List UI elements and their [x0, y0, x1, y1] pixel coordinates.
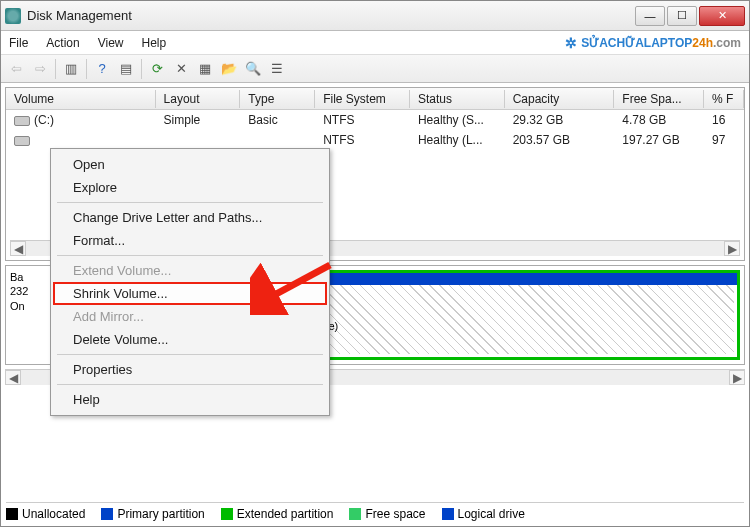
cell-status: Healthy (S... — [410, 111, 505, 129]
ctx-explore[interactable]: Explore — [53, 176, 327, 199]
cell-capacity: 203.57 GB — [505, 131, 615, 149]
minimize-button[interactable]: — — [635, 6, 665, 26]
cell-type — [240, 138, 315, 142]
window-title: Disk Management — [27, 8, 633, 23]
col-volume[interactable]: Volume — [6, 90, 156, 108]
toolbar: ⇦ ⇨ ▥ ? ▤ ⟳ ✕ ▦ 📂 🔍 ☰ — [1, 55, 749, 83]
scroll-left-icon[interactable]: ◀ — [10, 241, 26, 256]
forward-button[interactable]: ⇨ — [29, 58, 51, 80]
legend-free: Free space — [349, 507, 425, 521]
drive-icon — [14, 116, 30, 126]
ctx-shrink-volume[interactable]: Shrink Volume... — [53, 282, 327, 305]
cell-percent: 16 — [704, 111, 744, 129]
cell-layout — [156, 138, 241, 142]
cell-fs: NTFS — [315, 131, 410, 149]
cell-status: Healthy (L... — [410, 131, 505, 149]
settings-icon[interactable]: ▦ — [194, 58, 216, 80]
properties-icon[interactable]: ▤ — [115, 58, 137, 80]
scroll-right-icon[interactable]: ▶ — [729, 370, 745, 385]
cell-free: 197.27 GB — [614, 131, 704, 149]
table-row[interactable]: NTFS Healthy (L... 203.57 GB 197.27 GB 9… — [6, 130, 744, 150]
delete-icon[interactable]: ✕ — [170, 58, 192, 80]
ctx-add-mirror: Add Mirror... — [53, 305, 327, 328]
legend-extended: Extended partition — [221, 507, 334, 521]
legend-logical: Logical drive — [442, 507, 525, 521]
cell-percent: 97 — [704, 131, 744, 149]
help-icon[interactable]: ? — [91, 58, 113, 80]
col-filesystem[interactable]: File System — [315, 90, 410, 108]
close-button[interactable]: ✕ — [699, 6, 745, 26]
show-hide-tree-icon[interactable]: ▥ — [60, 58, 82, 80]
cell-free: 4.78 GB — [614, 111, 704, 129]
titlebar: Disk Management — ☐ ✕ — [1, 1, 749, 31]
back-button[interactable]: ⇦ — [5, 58, 27, 80]
open-icon[interactable]: 📂 — [218, 58, 240, 80]
drive-icon — [14, 136, 30, 146]
col-percent[interactable]: % F — [704, 90, 744, 108]
refresh-icon[interactable]: ⟳ — [146, 58, 168, 80]
col-capacity[interactable]: Capacity — [505, 90, 615, 108]
ctx-open[interactable]: Open — [53, 153, 327, 176]
app-icon — [5, 8, 21, 24]
col-layout[interactable]: Layout — [156, 90, 241, 108]
watermark-logo: ✲ SỬACHỮALAPTOP24h.com — [565, 35, 741, 51]
context-menu: Open Explore Change Drive Letter and Pat… — [50, 148, 330, 416]
scroll-right-icon[interactable]: ▶ — [724, 241, 740, 256]
cell-volume: (C:) — [34, 113, 54, 127]
cell-capacity: 29.32 GB — [505, 111, 615, 129]
legend-unallocated: Unallocated — [6, 507, 85, 521]
find-icon[interactable]: 🔍 — [242, 58, 264, 80]
ctx-help[interactable]: Help — [53, 388, 327, 411]
menu-view[interactable]: View — [98, 36, 124, 50]
ctx-format[interactable]: Format... — [53, 229, 327, 252]
col-type[interactable]: Type — [240, 90, 315, 108]
cell-type: Basic — [240, 111, 315, 129]
ctx-change-drive-letter[interactable]: Change Drive Letter and Paths... — [53, 206, 327, 229]
volume-list-header: Volume Layout Type File System Status Ca… — [6, 88, 744, 110]
maximize-button[interactable]: ☐ — [667, 6, 697, 26]
ctx-extend-volume: Extend Volume... — [53, 259, 327, 282]
legend: Unallocated Primary partition Extended p… — [6, 502, 744, 521]
menu-file[interactable]: File — [9, 36, 28, 50]
menu-help[interactable]: Help — [142, 36, 167, 50]
list-icon[interactable]: ☰ — [266, 58, 288, 80]
ctx-properties[interactable]: Properties — [53, 358, 327, 381]
col-free[interactable]: Free Spa... — [614, 90, 704, 108]
col-status[interactable]: Status — [410, 90, 505, 108]
ctx-delete-volume[interactable]: Delete Volume... — [53, 328, 327, 351]
table-row[interactable]: (C:) Simple Basic NTFS Healthy (S... 29.… — [6, 110, 744, 130]
cell-layout: Simple — [156, 111, 241, 129]
cell-fs: NTFS — [315, 111, 410, 129]
menu-action[interactable]: Action — [46, 36, 79, 50]
gear-icon: ✲ — [565, 35, 577, 51]
menubar: File Action View Help ✲ SỬACHỮALAPTOP24h… — [1, 31, 749, 55]
legend-primary: Primary partition — [101, 507, 204, 521]
scroll-left-icon[interactable]: ◀ — [5, 370, 21, 385]
